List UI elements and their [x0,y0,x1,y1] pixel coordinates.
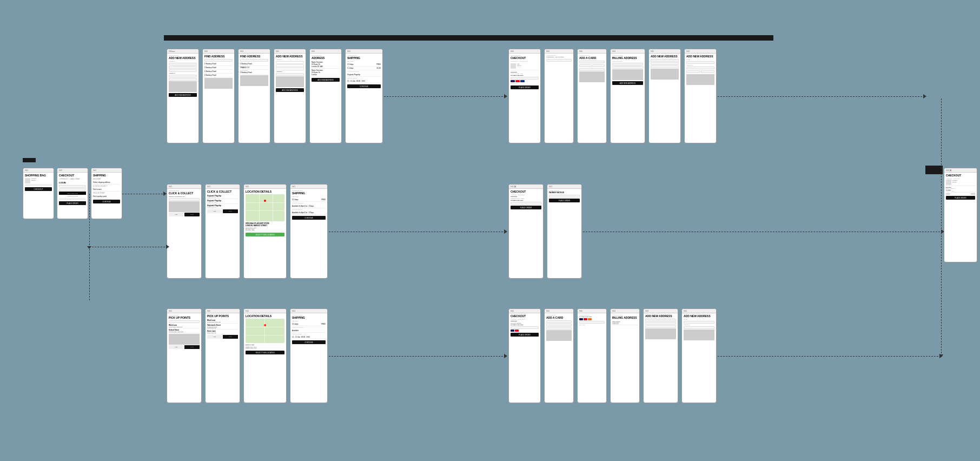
bag-addr-item-1[interactable]: Name Surname18 Some StLondon E1 1AX [312,61,340,69]
pu2-store-1[interactable]: Work Lane 14 Work Lane, London SW2 [207,319,238,324]
pay-bag-3-name[interactable] [579,68,605,71]
pay-bag-3-expiry[interactable] [579,64,592,67]
bag-addr-add-btn[interactable]: ADD NEW ADDRESS [312,78,340,82]
pu2-store-3[interactable]: Orion Lane London, SW2 2AB [207,330,238,334]
pay-add-2-name-label: NAME [686,59,714,61]
pu1-list-btn[interactable]: LIST [169,345,184,349]
bag-addr-item-2[interactable]: Name Surname18 Some StLondon [312,69,340,77]
checkout-top-place-order-btn[interactable]: PLACE ORDER [511,85,539,89]
billing-save-btn[interactable]: ADD NEW ADDRESS [612,81,643,85]
add-addr-1-city[interactable] [169,69,197,72]
mp-guest-link[interactable]: Continue as guest [59,195,86,197]
add-addr-1-line2[interactable] [169,66,197,69]
bot-add-1-field-1[interactable] [645,319,676,321]
shipping-top-continue-btn[interactable]: CONTINUE [347,84,381,88]
shipping-top-pickup-item[interactable]: 11 - 13 Jan, 00:00 - 9:00 [347,80,381,83]
shipping-bot-delivery-item[interactable]: 3-5 daysFREE [292,322,326,326]
pay-add-2-postcode[interactable] [701,70,715,73]
pu1-map-btn[interactable]: MAP [184,345,200,349]
mp-password-field[interactable] [59,188,86,191]
pu2-map-btn[interactable]: MAP [223,335,238,339]
cc2-store-2[interactable]: Originals Flagship London, NW1 2AB [207,199,238,204]
billing-field-2[interactable] [612,66,643,69]
checkout-mid-pay-field[interactable] [511,202,541,205]
find-addr-1-search[interactable] [204,59,233,62]
add-addr-2-field-1[interactable] [276,61,304,64]
cc2-store-1[interactable]: Originals Flagship London, NW1 2AB [207,194,238,199]
confirm-screen-place-order[interactable]: PLACE ORDER [946,196,975,200]
add-addr-2-field-3[interactable] [276,68,304,70]
bot-add-1-field-2[interactable] [645,322,676,325]
shipping-top-collect-item[interactable]: Originals Flagship [347,73,381,77]
bag-mid-pay-btn[interactable]: PLACE ORDER [549,199,580,202]
shipping-mid-delivery-item[interactable]: 3-5 daysFREE [292,198,326,202]
find-addr-1-result-4[interactable]: 1 Banbury Road [204,74,233,77]
pay-add-2-addr-1[interactable] [686,67,714,69]
add-addr-1-line1[interactable] [169,63,197,65]
add-addr-2-save-btn[interactable]: ADD NEW ADDRESS [276,88,304,92]
find-addr-2-search[interactable] [240,59,268,62]
shipping-bot-continue-btn[interactable]: CONTINUE [292,340,326,344]
bag-bot-p3-method-field[interactable] [579,321,605,324]
pay-add-1-field-3[interactable] [651,65,679,68]
billing-field-1[interactable] [612,63,643,65]
add-addr-1-add-btn[interactable]: ADD NEW ADDRESS [169,93,197,97]
mp-place-order-btn[interactable]: PLACE ORDER [59,201,86,205]
pu2-list-btn[interactable]: LIST [207,335,222,339]
bag-bot-p2-card-num[interactable] [546,320,572,323]
cc2-list-btn[interactable]: LIST [207,209,222,213]
shipping-mid-continue-btn[interactable]: CONTINUE [292,216,326,220]
pay-add-2-name[interactable] [686,61,714,64]
pu1-search[interactable] [169,320,200,323]
cc1-list-btn[interactable]: LIST [169,213,184,216]
bot-add-2-name[interactable] [684,321,714,324]
find-addr-2-result-1[interactable]: 1 Banbury Road [240,62,268,66]
pay-add-2-city[interactable] [686,70,700,73]
find-addr-1-result-1[interactable]: 1 Banbury Road [204,62,233,66]
shipping-bot-collect-item[interactable]: Available [292,329,326,333]
bag-bot-bill-addr-1[interactable]: Name Surname14 Work LaneLondon SW2 [612,320,638,325]
checkout-mid-close[interactable]: ✕ [514,185,517,188]
checkout-top-payment-field[interactable] [511,77,539,80]
shipping-mid-collect-item[interactable]: Available for April 1st - 3 Days [292,205,326,208]
mp-email-field[interactable] [59,185,86,188]
pay-bag-3-cvv[interactable] [592,64,605,67]
shipping-mid-pickup-item[interactable]: Available for April 1st - 3 Days [292,211,326,215]
cc2-store-3[interactable]: Originals Flagship London, NW1 2AB [207,204,238,209]
bot-add-1-field-3[interactable] [645,325,676,328]
pu1-store-2[interactable]: Oxford Street 14 Oxford Street, London S… [169,328,200,333]
shipping-bot-pickup-item[interactable]: 11 - 13 Jan, 00:00 - 9:00 [292,335,326,339]
cc1-map-btn[interactable]: MAP [184,213,200,216]
pay-bag-3-card-num[interactable] [579,61,605,63]
add-addr-1-postcode[interactable] [169,75,197,77]
loc-bot-select-btn[interactable]: SELECT THIS LOCATION [246,351,284,354]
mp-checkout-btn[interactable]: CHECKOUT [25,187,52,191]
pu1-store-1[interactable]: Work Lane 14 Work Lane, London SW2 [169,324,200,328]
find-addr-1-result-2[interactable]: 1 Banbury Road [204,66,233,70]
find-addr-2-result-3[interactable]: 1 Banbury Road [240,71,268,75]
cc2-map-btn[interactable]: MAP [223,209,238,213]
add-addr-1-country[interactable] [169,78,197,81]
add-addr-2-field-4[interactable] [276,73,304,76]
loc-details-select-btn[interactable]: SELECT THIS LOCATION [246,233,284,236]
cc1-search[interactable] [169,198,200,201]
bot-add-2-addr[interactable] [684,326,714,329]
pay-add-1-field-2[interactable] [651,62,679,65]
pay-bag-2-card-field[interactable] [546,59,572,62]
checkout-bot-place-order[interactable]: PLACE ORDER [511,333,539,337]
add-addr-2-field-2[interactable] [276,64,304,67]
checkout-bot-pay-field[interactable] [511,326,539,329]
pay-add-1-field-1[interactable] [651,59,679,62]
find-addr-1-result-3[interactable]: 1 Banbury Road [204,70,233,74]
pu2-store-2[interactable]: Tabernacle Street 14 Tabernacle StreetLo… [207,324,238,330]
bag-bot-p2-name[interactable] [546,327,572,330]
find-addr-2-result-2[interactable]: FRANCE ST [240,66,268,70]
shipping-top-delivery-item[interactable]: 3-5 daysFREE [347,63,381,67]
confirm-screen-close[interactable]: ✕ [949,168,952,172]
bag-mid-pay-method[interactable] [549,195,580,197]
checkout-mid-place-order[interactable]: PLACE ORDER [511,206,541,209]
bag-bot-p2-expiry[interactable] [546,324,572,326]
mp-apple-signin-btn[interactable]: Sign in with Apple [59,192,86,195]
mp-continue-btn[interactable]: CONTINUE [93,200,120,203]
shipping-top-express-item[interactable]: 1-2 days£5.00 [347,67,381,70]
